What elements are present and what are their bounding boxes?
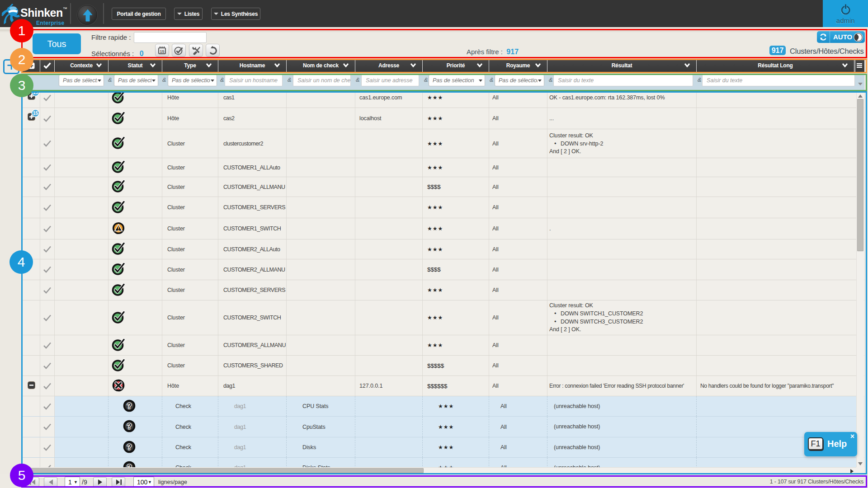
svg-text:15: 15 (33, 110, 38, 116)
svg-text:?: ? (127, 402, 132, 410)
svg-text:?: ? (127, 463, 132, 468)
svg-text:?: ? (127, 443, 132, 451)
svg-text:15: 15 (33, 92, 38, 95)
svg-text:?: ? (127, 422, 132, 431)
svg-text:15: 15 (160, 49, 164, 54)
